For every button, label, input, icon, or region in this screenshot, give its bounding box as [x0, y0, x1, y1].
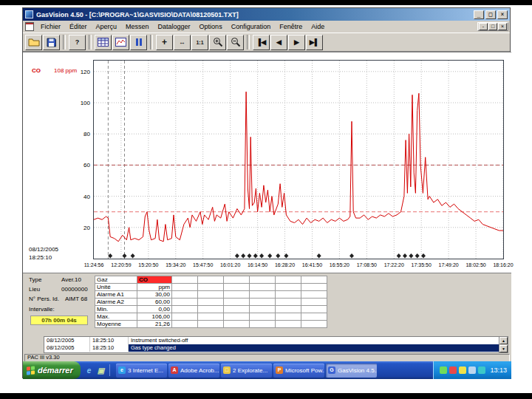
tray-icon-volume[interactable]	[468, 366, 476, 374]
task-icon: G	[328, 366, 335, 374]
bottom-black-bar	[0, 393, 532, 399]
y-axis-tick-label: 40	[64, 194, 90, 200]
pan-button[interactable]: ↔	[174, 35, 191, 50]
tray-icon-update[interactable]	[459, 366, 466, 374]
mdi-close-button[interactable]: ×	[498, 23, 507, 30]
gas-table-empty-cell	[224, 313, 250, 321]
gas-table-row: Max.106,00	[95, 313, 327, 321]
menu-item-fichier[interactable]: Fichier	[36, 22, 65, 31]
title-bar: GasVision 4.50 - [C:\PROGRA~1\GASVISIO\D…	[23, 8, 510, 21]
menu-item-aide[interactable]: Aide	[307, 22, 329, 31]
gas-table-empty-cell	[172, 299, 198, 306]
crosshair-button[interactable]: +	[156, 35, 173, 50]
save-button[interactable]	[43, 35, 60, 50]
cursor-date: 08/12/2005	[29, 246, 58, 253]
menu-item-apercu[interactable]: Aperçu	[92, 22, 122, 31]
x-axis-tick-label: 15:47:50	[188, 262, 218, 267]
gas-table-empty-cell	[276, 313, 301, 321]
tray-icon-alert[interactable]	[449, 366, 457, 374]
gas-table-label: Min.	[95, 306, 137, 313]
context-help-button[interactable]: ?	[69, 35, 86, 50]
quicklaunch-show-desktop-icon[interactable]: ▣	[96, 366, 106, 375]
gas-table-row: Unitéppm	[95, 284, 327, 291]
menu-item-options[interactable]: Options	[195, 22, 227, 31]
gas-table-empty-cell	[301, 291, 327, 299]
event-log-row[interactable]: 08/12/200518:25:10Instrument switched-of…	[44, 337, 508, 344]
one-to-one-button[interactable]: 1:1	[191, 35, 208, 50]
gas-table-empty-cell	[276, 284, 301, 291]
open-button[interactable]	[25, 35, 42, 50]
document-icon[interactable]	[25, 22, 34, 31]
start-button[interactable]: démarrer	[23, 361, 81, 379]
gas-name-readout: CO	[32, 67, 41, 74]
folder-open-icon	[28, 38, 40, 47]
previous-record-button[interactable]: ◀	[270, 35, 287, 50]
event-log-scrollbar[interactable]: ▲ ▼	[499, 337, 508, 352]
taskbar-button-2-explorate-[interactable]: □2 Explorate...	[221, 364, 272, 378]
close-button[interactable]: ×	[497, 10, 508, 19]
x-axis-tick-label: 15:20:50	[134, 262, 163, 267]
task-icon: e	[118, 366, 126, 374]
minimize-button[interactable]: _	[474, 10, 484, 19]
menu-item-datalogger[interactable]: Datalogger	[154, 22, 195, 31]
y-axis-tick-label: 100	[64, 100, 90, 106]
x-axis-tick-label: 17:35:50	[406, 262, 436, 267]
gas-table-label: Gaz	[95, 276, 137, 284]
graph-view-button[interactable]	[112, 35, 129, 50]
x-axis-tick-label: 15:34:20	[161, 262, 191, 267]
first-record-button[interactable]: ▐◀	[253, 35, 270, 50]
event-log-row[interactable]: 08/12/200518:25:10Gas type changed	[44, 344, 508, 352]
gas-table-empty-cell	[172, 284, 198, 291]
menu-item-editer[interactable]: Éditer	[65, 22, 92, 31]
gas-table-value: 30,00	[137, 291, 172, 299]
taskbar-button-microsoft-pow-[interactable]: PMicrosoft Pow...	[273, 364, 324, 378]
mdi-restore-button[interactable]: □	[488, 23, 497, 30]
gas-table-empty-cell	[250, 313, 276, 321]
gas-table-empty-cell	[301, 313, 327, 321]
zoom-in-button[interactable]	[209, 35, 226, 50]
gas-table-value: 21,26	[137, 321, 172, 328]
gas-table-row: Moyenne21,26	[95, 321, 327, 328]
table-view-button[interactable]	[95, 35, 112, 50]
gas-table-empty-cell	[250, 306, 276, 313]
mdi-window-controls: - □ ×	[477, 22, 508, 31]
taskbar-button-gasvision-4-5-[interactable]: GGasVision 4.5...	[326, 364, 377, 378]
tray-icon-network[interactable]	[478, 366, 485, 374]
gas-table-label: Alarme A1	[95, 291, 137, 299]
cursor-time: 18:25:10	[29, 254, 52, 261]
task-icon: A	[171, 366, 178, 374]
pause-button[interactable]	[130, 35, 147, 50]
lieu-value: 00000000	[61, 286, 88, 293]
taskbar-button-3-internet-e-[interactable]: e3 Internet E...	[116, 364, 167, 378]
gas-table-empty-cell	[224, 276, 250, 284]
menu-item-messen[interactable]: Messen	[121, 22, 154, 31]
scroll-up-button[interactable]: ▲	[499, 337, 508, 344]
gas-table-empty-cell	[301, 321, 327, 328]
x-axis-tick-label: 17:49:20	[434, 262, 463, 267]
trend-chart-plot[interactable]	[93, 60, 504, 259]
menu-item-fenetre[interactable]: Fenêtre	[275, 22, 307, 31]
task-icon: □	[223, 366, 231, 374]
gas-table-empty-cell	[172, 321, 198, 328]
floppy-disk-icon	[47, 38, 56, 47]
gas-table-empty-cell	[172, 291, 198, 299]
menu-item-configuration[interactable]: Configuration	[227, 22, 276, 31]
mdi-minimize-button[interactable]: -	[479, 23, 488, 30]
taskbar-button-adobe-acrob-[interactable]: AAdobe Acrob...	[168, 364, 219, 378]
pers-id-value: AIMT 68	[65, 296, 87, 302]
maximize-button[interactable]: □	[485, 10, 496, 19]
tray-icon-antivirus[interactable]	[440, 366, 447, 374]
task-icon: P	[276, 366, 283, 374]
gas-table-empty-cell	[198, 284, 224, 291]
menu-bar: FichierÉditerAperçuMessenDataloggerOptio…	[23, 21, 510, 33]
scroll-down-button[interactable]: ▼	[499, 345, 508, 352]
zoom-out-button[interactable]	[227, 35, 244, 50]
toolbar: ? + ↔ 1:1	[23, 33, 510, 52]
last-record-button[interactable]: ▶▌	[306, 35, 323, 50]
gas-table-empty-cell	[172, 276, 198, 284]
slide-background: GasVision 4.50 - [C:\PROGRA~1\GASVISIO\D…	[0, 0, 532, 399]
quicklaunch-internet-explorer-icon[interactable]: e	[84, 366, 94, 375]
system-tray: 13:13	[433, 361, 511, 379]
next-record-button[interactable]: ▶	[288, 35, 305, 50]
task-label: GasVision 4.5...	[338, 367, 377, 374]
